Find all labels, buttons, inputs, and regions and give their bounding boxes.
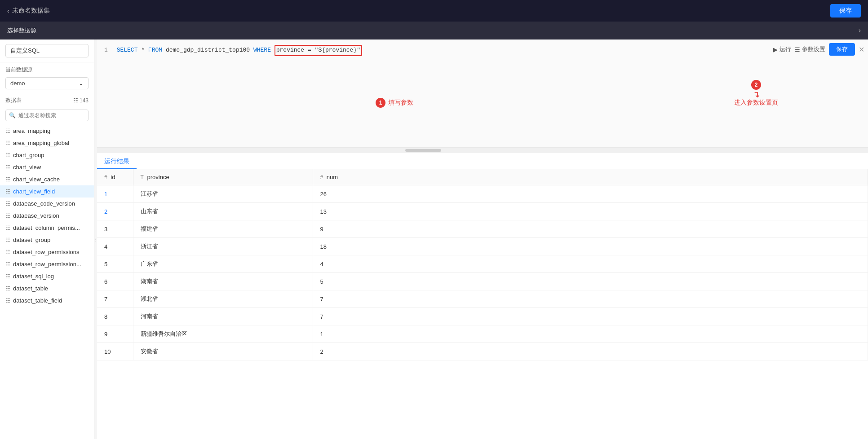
cell-province: 湖北省 [133, 290, 313, 308]
back-button[interactable]: ‹ 未命名数据集 [7, 7, 50, 15]
cell-province: 浙江省 [133, 238, 313, 255]
table-row: 9 新疆维吾尔自治区 1 [97, 325, 868, 343]
table-list: ☷area_mapping☷area_mapping_global☷chart_… [0, 125, 94, 439]
results-tbody: 1 江苏省 26 2 山东省 13 3 福建省 9 4 浙江省 18 5 广东省… [97, 185, 868, 360]
tables-count: ☷ 143 [73, 97, 89, 104]
col-province-label: province [147, 174, 169, 180]
num-type-icon: # [320, 174, 323, 180]
top-save-button[interactable]: 保存 [830, 4, 861, 18]
save-sql-button[interactable]: 保存 [829, 43, 855, 56]
sidebar-table-item[interactable]: ☷chart_group [0, 149, 94, 161]
table-icon: ☷ [5, 164, 10, 171]
table-row: 2 山东省 13 [97, 203, 868, 220]
sql-editor-area: ▶ 运行 ☰ 参数设置 保存 ✕ 1 SELECT * FROM demo_gd… [97, 40, 868, 148]
results-title: 运行结果 [104, 158, 129, 165]
sql-select: SELECT [117, 47, 138, 53]
table-icon: ☷ [5, 249, 10, 255]
cell-num: 26 [313, 185, 868, 203]
results-header: 运行结果 [97, 153, 137, 169]
sidebar-table-item[interactable]: ☷dataset_table [0, 282, 94, 294]
db-select-wrap: demo ⌄ [0, 77, 94, 93]
table-name: area_mapping [13, 127, 50, 134]
close-editor-button[interactable]: ✕ [859, 45, 864, 54]
cell-province: 福建省 [133, 220, 313, 238]
cell-province: 湖南省 [133, 273, 313, 290]
sidebar-table-item[interactable]: ☷dataset_sql_log [0, 270, 94, 282]
cell-id: 6 [97, 273, 133, 290]
table-icon: ☷ [5, 225, 10, 231]
back-icon: ‹ [7, 7, 9, 14]
cell-id: 10 [97, 343, 133, 360]
sidebar-table-item[interactable]: ☷dataease_version [0, 210, 94, 222]
table-name: dataease_code_version [13, 200, 75, 207]
cell-province: 广东省 [133, 255, 313, 273]
sidebar-table-item[interactable]: ☷dataease_code_version [0, 198, 94, 210]
cell-num: 5 [313, 273, 868, 290]
param-settings-button[interactable]: ☰ 参数设置 [795, 45, 825, 53]
table-icon: ☷ [5, 201, 10, 207]
db-select-dropdown[interactable]: demo ⌄ [5, 77, 89, 89]
sidebar-table-item[interactable]: ☷chart_view_cache [0, 173, 94, 185]
collapse-button[interactable]: › [859, 26, 861, 35]
cell-num: 2 [313, 343, 868, 360]
table-row: 7 湖北省 7 [97, 290, 868, 308]
sidebar-table-item[interactable]: ☷dataset_row_permissions [0, 246, 94, 258]
sidebar-table-item[interactable]: ☷area_mapping [0, 125, 94, 137]
tables-section-header: 数据表 ☷ 143 [0, 93, 94, 108]
table-icon: ☷ [5, 213, 10, 219]
results-area: 运行结果 # id T province # [97, 153, 868, 439]
sql-where: WHERE [253, 47, 271, 53]
sidebar-table-item[interactable]: ☷dataset_row_permission... [0, 258, 94, 270]
col-id-label: id [111, 174, 115, 180]
annotation-2-text: 进入参数设置页 [734, 99, 778, 107]
cell-id: 7 [97, 290, 133, 308]
sidebar-table-item[interactable]: ☷chart_view [0, 161, 94, 173]
sidebar-table-item[interactable]: ☷dataset_table_field [0, 294, 94, 307]
col-header-province: T province [133, 169, 313, 185]
table-row: 3 福建省 9 [97, 220, 868, 238]
chevron-down-icon: ⌄ [79, 80, 84, 87]
sidebar-table-item[interactable]: ☷dataset_group [0, 234, 94, 246]
table-icon: ☷ [5, 140, 10, 146]
table-row: 10 安徽省 2 [97, 343, 868, 360]
table-name: dataset_column_permis... [13, 224, 80, 231]
sql-toolbar: ▶ 运行 ☰ 参数设置 保存 ✕ [773, 43, 864, 56]
sidebar: 自定义SQL 当前数据源 demo ⌄ 数据表 ☷ 143 🔍 [0, 40, 94, 439]
cell-province: 山东省 [133, 203, 313, 220]
sql-from: FROM [148, 47, 162, 53]
col-header-num: # num [313, 169, 868, 185]
table-icon: ☷ [5, 298, 10, 304]
annotation-1-circle: 1 [376, 98, 385, 108]
table-icon: ☷ [5, 261, 10, 268]
scroll-thumb[interactable] [405, 149, 441, 152]
annotation-param-page: 2 ↴ 进入参数设置页 [734, 80, 778, 107]
annotation-fill-param: 1 填写参数 [376, 98, 413, 108]
cell-id: 2 [97, 203, 133, 220]
province-type-icon: T [141, 174, 144, 180]
table-row: 5 广东省 4 [97, 255, 868, 273]
play-icon: ▶ [773, 46, 778, 53]
col-header-id: # id [97, 169, 133, 185]
cell-id: 4 [97, 238, 133, 255]
cell-id: 8 [97, 308, 133, 325]
table-name: chart_view [13, 164, 41, 171]
sidebar-table-item[interactable]: ☷area_mapping_global [0, 137, 94, 149]
sidebar-table-item[interactable]: ☷dataset_column_permis... [0, 222, 94, 234]
table-name: dataease_version [13, 212, 59, 219]
sidebar-table-item[interactable]: ☷chart_view_field [0, 185, 94, 198]
cursor-icon: ↴ [753, 90, 760, 99]
datasource-selector: 自定义SQL [0, 40, 94, 62]
cell-province: 安徽省 [133, 343, 313, 360]
datasource-select-label: 自定义SQL [10, 47, 40, 55]
horizontal-scrollbar[interactable] [97, 148, 868, 153]
results-table: # id T province # num [97, 169, 868, 360]
datasource-select-dropdown[interactable]: 自定义SQL [5, 44, 89, 57]
main-layout: 自定义SQL 当前数据源 demo ⌄ 数据表 ☷ 143 🔍 [0, 40, 868, 439]
table-name: dataset_group [13, 237, 50, 243]
run-button[interactable]: ▶ 运行 [773, 45, 791, 53]
cell-province: 江苏省 [133, 185, 313, 203]
results-table-header-row: # id T province # num [97, 169, 868, 185]
sub-header: 选择数据源 › [0, 22, 868, 40]
table-name: chart_view_field [13, 188, 55, 195]
table-search-input[interactable] [5, 110, 89, 121]
